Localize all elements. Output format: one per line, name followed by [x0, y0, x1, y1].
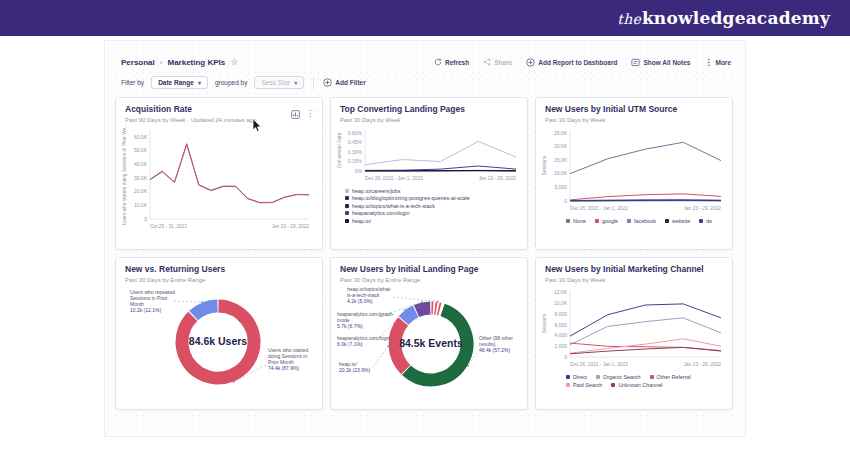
legend-item[interactable]: heap.io/ — [345, 218, 521, 224]
favorite-star-icon[interactable]: ☆ — [230, 57, 238, 67]
more-button[interactable]: ⋮ More — [704, 58, 731, 67]
legend-swatch — [596, 375, 600, 379]
callout-value: 74.4k (87.9%) — [268, 365, 314, 371]
callout-label: heap.io/ — [339, 361, 357, 367]
legend-swatch — [566, 383, 570, 387]
brand-bar: theknowledgeacademy — [0, 0, 850, 36]
svg-text:10.0K: 10.0K — [554, 170, 568, 176]
mouse-cursor — [252, 118, 263, 137]
group-by-dropdown[interactable]: Sess Size ▾ — [254, 76, 304, 89]
breadcrumb-personal[interactable]: Personal — [121, 58, 155, 67]
chevron-down-icon: ▾ — [294, 79, 297, 86]
show-notes-button[interactable]: Show All Notes — [631, 58, 690, 67]
chart-svg: 25.0K20.0K15.0K10.0K5,0000Dec 26, 2021 -… — [540, 125, 728, 213]
new-vs-returning-donut: 84.6k UsersUsers who started doing Sessi… — [120, 285, 318, 409]
refresh-button[interactable]: Refresh — [434, 58, 469, 66]
svg-text:0: 0 — [564, 354, 567, 360]
more-label: More — [715, 59, 731, 66]
legend-swatch — [665, 219, 669, 223]
callout-value: 10.2k (12.1%) — [130, 307, 176, 313]
panel-acquisition-rate: Acquisition Rate Past 90 Days by Week · … — [115, 97, 323, 250]
svg-text:10.0K: 10.0K — [134, 202, 148, 208]
legend-label: facebook — [634, 218, 656, 224]
svg-text:Jan 23 - 29, 2022: Jan 23 - 29, 2022 — [272, 224, 310, 229]
legend-item[interactable]: Other Referral — [650, 374, 691, 380]
svg-text:Users who started doing Sessio: Users who started doing Sessions in Prio… — [122, 125, 127, 225]
show-notes-label: Show All Notes — [643, 59, 690, 66]
legend-swatch — [627, 219, 631, 223]
logo-main: knowledgeacademy — [642, 8, 830, 28]
notes-icon — [631, 58, 640, 67]
legend-label: Paid Search — [573, 382, 602, 388]
legend-item[interactable]: facebook — [627, 218, 656, 224]
svg-text:0.60%: 0.60% — [348, 130, 363, 136]
legend-item[interactable]: heapanalytics.com/login — [345, 210, 521, 216]
add-filter-label: Add Filter — [335, 79, 365, 86]
panel-new-users-initial-landing-page: New Users by Initial Landing Page Past 3… — [330, 257, 528, 410]
legend-item[interactable]: Unknown Channel — [611, 382, 662, 388]
legend-item[interactable]: heap.io/blog/optimizing-postgres-queries… — [345, 195, 521, 201]
refresh-label: Refresh — [445, 59, 469, 66]
legend-item[interactable]: Organic Search — [596, 374, 640, 380]
panel-title: New Users by Initial Marketing Channel — [545, 265, 704, 275]
chart-type-icon[interactable] — [291, 105, 300, 123]
drag-handle-icon[interactable]: ⋯⋯ — [311, 107, 323, 113]
callout-value: 20.2k (23.9%) — [339, 367, 385, 373]
legend-label: heap.io/blog/optimizing-postgres-queries… — [352, 195, 470, 201]
dashboard-toolbar: Refresh Share Add Report to Dashboard Sh… — [434, 58, 731, 67]
filter-bar: Filter by Date Range ▾ grouped by Sess S… — [105, 67, 745, 89]
donut-callout: heapanalytics.com/login6.0k (7.1%) — [337, 335, 383, 347]
callout-value: 48.4k (57.2%) — [479, 347, 525, 353]
svg-text:Dec 26, 2021 - Jan 1, 2022: Dec 26, 2021 - Jan 1, 2022 — [365, 176, 423, 181]
legend-swatch — [345, 219, 349, 223]
legend-item[interactable]: Paid Search — [566, 382, 602, 388]
panel-title: Top Converting Landing Pages — [340, 105, 465, 115]
callout-label: heapanalytics.com/login — [337, 335, 390, 341]
legend-label: heap.io/careers/jobs — [352, 188, 401, 194]
svg-text:Oct 25 - 31, 2021: Oct 25 - 31, 2021 — [150, 224, 187, 229]
svg-text:Sessions: Sessions — [542, 313, 547, 333]
callout-label: heap.io/topics/what-is-a-tech-stack — [347, 286, 391, 298]
legend-swatch — [566, 375, 570, 379]
panel-header: New Users by Initial Landing Page Past 3… — [331, 258, 527, 285]
panel-title: New vs. Returning Users — [125, 265, 225, 275]
callout-value: 4.2k (5.0%) — [347, 298, 393, 304]
svg-text:0.45%: 0.45% — [348, 139, 363, 145]
legend-item[interactable]: google — [595, 218, 618, 224]
plus-circle-icon — [323, 78, 332, 88]
legend-swatch — [566, 219, 570, 223]
chart-svg: 0.60%0.45%0.30%0.15%0%Dec 26, 2021 - Jan… — [335, 125, 523, 183]
kebab-menu-icon: ⋮ — [704, 58, 712, 67]
knowledge-academy-logo: theknowledgeacademy — [617, 8, 830, 28]
share-button[interactable]: Share — [483, 58, 512, 66]
legend-item[interactable]: heap.io/topics/what-is-a-tech-stack — [345, 203, 521, 209]
donut-center-label: 84.6k Users — [173, 335, 263, 347]
chevron-down-icon: ▾ — [198, 79, 201, 86]
date-range-dropdown[interactable]: Date Range ▾ — [151, 76, 208, 89]
legend-item[interactable]: heap.io/careers/jobs — [345, 188, 521, 194]
panel-subtitle: Past 90 Days by Week · Updated 24 minute… — [125, 117, 256, 123]
legend-item[interactable]: ds — [699, 218, 712, 224]
callout-value: 6.0k (7.1%) — [337, 341, 383, 347]
add-report-button[interactable]: Add Report to Dashboard — [526, 58, 617, 67]
panel-header: New Users by Initial Marketing Channel P… — [536, 258, 732, 285]
add-filter-button[interactable]: Add Filter — [323, 78, 365, 88]
svg-text:0.15%: 0.15% — [348, 158, 363, 164]
legend-item[interactable]: Direct — [566, 374, 587, 380]
panel-subtitle: Past 30 Days by Entire Range — [340, 277, 478, 283]
initial-landing-page-donut: 84.5k Eventsheap.io/topics/what-is-a-tec… — [335, 285, 523, 409]
legend-item[interactable]: None — [566, 218, 586, 224]
legend-label: None — [573, 218, 586, 224]
panel-title: New Users by Initial Landing Page — [340, 265, 478, 275]
panel-title: New Users by Initial UTM Source — [545, 105, 677, 115]
page-title: Marketing KPIs — [167, 58, 225, 67]
legend-label: Unknown Channel — [618, 382, 662, 388]
plus-circle-icon — [526, 58, 535, 67]
svg-text:10.0K: 10.0K — [554, 300, 568, 306]
dashboard-header: Personal › Marketing KPIs ☆ Refresh Shar… — [105, 41, 745, 67]
donut-callout: heap.io/20.2k (23.9%) — [339, 361, 385, 373]
chart-legend: Nonegooglefacebookwebsiteds — [540, 217, 728, 224]
legend-item[interactable]: website — [665, 218, 690, 224]
svg-text:Conversion Rate: Conversion Rate — [337, 132, 342, 168]
chart-legend: DirectOrganic SearchOther ReferralPaid S… — [540, 373, 728, 388]
